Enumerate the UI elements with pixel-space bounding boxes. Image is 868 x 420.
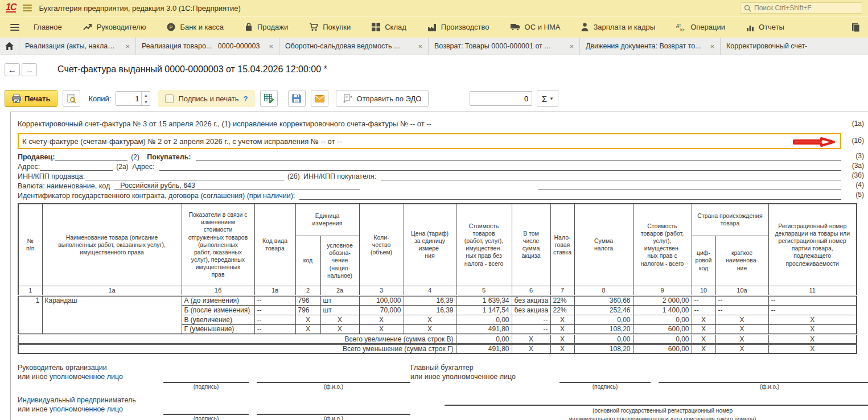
sign-print-checkbox[interactable] [165,94,174,103]
table-cell: 2 000,00 [633,295,692,305]
menu-label: Руководителю [97,23,146,31]
menu-label: Покупки [323,23,351,31]
menu-item-glavnoe[interactable]: Главное [27,17,69,38]
signatures-section: Руководитель организации или иное уполно… [18,363,865,420]
search-input[interactable] [754,4,858,12]
print-button[interactable]: Печать [5,90,57,107]
close-icon[interactable]: × [566,42,574,51]
line-marker: (3) [855,152,864,160]
table-cell: -- [254,305,295,315]
menu-item-proizvodstvo[interactable]: Производство [421,17,496,38]
forward-button[interactable]: → [22,63,37,76]
send-edo-button[interactable]: Отправить по ЭДО [336,90,429,107]
sign-caption: (подпись) [560,384,651,390]
table-cell: -- [715,305,768,315]
menu-item-bank-kassa[interactable]: Р Банк и касса [160,17,231,38]
col-header-unit-symbol: условное обозна- чение (нацио- нальное) [320,236,359,286]
col-header-reg-number: Регистрационный номер декларации на това… [768,204,857,286]
main-menu-icon[interactable] [23,5,32,11]
send-email-button[interactable] [311,90,328,107]
table-cell: -- [254,324,295,334]
bag-icon [245,23,253,31]
save-icon [292,94,301,103]
tab-vozvrat[interactable]: Возврат: Товары 0000-000001 от ... × [429,38,580,55]
menu-item-sklad[interactable]: Склад [365,17,413,38]
back-button[interactable]: ← [5,63,20,76]
tab-label: Корректировочный счет- [726,42,807,50]
copies-input[interactable] [116,92,141,105]
ip-signature-row: Индивидуальный предприниматель или иное … [18,396,410,420]
table-cell: X [768,344,857,353]
col-header-name: Наименование товара (описание выполненны… [42,204,182,286]
buyer-label: Покупатель: [147,153,191,161]
sections-menu-icon[interactable] [10,24,19,31]
table-cell: 796 [295,295,320,305]
app-title: Бухгалтерия предприятия, редакция 3.0 (1… [39,4,240,13]
column-numbers-row: 11а1б1в22а34567891010а11 [18,286,857,295]
table-cell: 0,00 [574,334,633,344]
tab-realizaciya-tovarov[interactable]: Реализация товаро... 0000-000003 × [136,38,279,55]
table-cell: 100,000 [359,295,404,305]
menu-item-prodazhi[interactable]: Продажи [238,17,295,38]
table-cell: X [768,315,857,324]
close-icon[interactable]: × [265,42,273,51]
tab-osv[interactable]: Оборотно-сальдовая ведомость ... × [279,38,429,55]
menu-item-os-nma[interactable]: ОС и НМА [504,17,567,38]
table-cell: -- [768,295,857,305]
close-icon[interactable]: × [706,42,714,51]
table-cell: X [768,334,857,344]
sum-input[interactable] [470,91,532,106]
menu-item-zarplata[interactable]: Зарплата и кадры [574,17,662,38]
item-num-cell: 1 [18,295,42,334]
tab-dvizheniya[interactable]: Движения документа: Возврат то... × [580,38,721,55]
menu-item-pokupki[interactable]: Покупки [302,17,357,38]
cart-icon [309,23,318,31]
help-icon[interactable]: ? [244,94,248,103]
table-cell: X [359,315,404,324]
table-cell: 70,000 [359,305,404,315]
home-tab[interactable] [0,38,19,55]
menu-label: Отчеты [759,23,784,31]
col-header-indicators: Показатели в связи с изменением стоимост… [182,204,254,286]
col-header-unit-code: код [295,236,320,286]
svg-text:Р: Р [170,24,173,30]
tab-korrektirovochnyj[interactable]: Корректировочный счет- [721,38,868,55]
column-number-cell: 3 [359,286,404,295]
column-number-cell: 1а [42,286,182,295]
copies-label: Копий: [88,94,111,103]
step-up-icon[interactable]: ▲ [142,92,150,98]
edit-in-table-button[interactable] [260,90,278,107]
name-caption: (ф.и.о.) [659,384,868,390]
tab-label: Движения документа: Возврат то... [586,42,701,50]
table-cell: без акциза [512,305,550,315]
truck-icon [511,23,520,31]
menu-item-operacii[interactable]: ДтКт Операции [669,17,732,38]
column-number-cell: 4 [404,286,456,295]
tab-realizaciya-akty[interactable]: Реализация (акты, накладные, У... × [19,38,136,55]
line-marker: (1а) [852,120,864,127]
menu-item-rukovoditelyu[interactable]: Руководителю [76,17,153,38]
ogrn-caption: (основной государственный регистрационны… [445,406,868,420]
section-menu-bar: Главное Руководителю Р Банк и касса Прод… [0,16,868,38]
menu-item-otchety[interactable]: Отчеты [739,17,791,38]
preview-button[interactable] [63,90,80,107]
table-cell: 22% [550,295,574,305]
invoice-table: № п/п Наименование товара (описание выпо… [18,203,857,354]
table-cell: 16,39 [404,295,456,305]
global-search[interactable] [740,2,862,14]
col-header-quantity: Коли- чество (объем) [359,204,404,286]
field-marker: (2б) [284,172,303,180]
table-cell: X [692,334,715,344]
title-bar: 1С Бухгалтерия предприятия, редакция 3.0… [0,0,868,16]
save-button[interactable] [288,90,306,107]
print-preview-pane: Корректировочный счет-фактура № 3 от 15 … [10,112,868,420]
copies-stepper[interactable]: ▲ ▼ [116,91,150,106]
signature-line [163,407,249,415]
sigma-button[interactable]: Σ ▼ [537,90,558,107]
step-down-icon[interactable]: ▼ [142,98,150,105]
item-row: 1КарандашА (до изменения)--796шт100,0001… [18,295,857,305]
close-icon[interactable]: × [414,42,422,51]
invoice-title-line: Корректировочный счет-фактура № 3 от 15 … [18,120,865,131]
menu-item-spravochniki[interactable] [844,17,860,38]
close-icon[interactable]: × [122,42,130,51]
